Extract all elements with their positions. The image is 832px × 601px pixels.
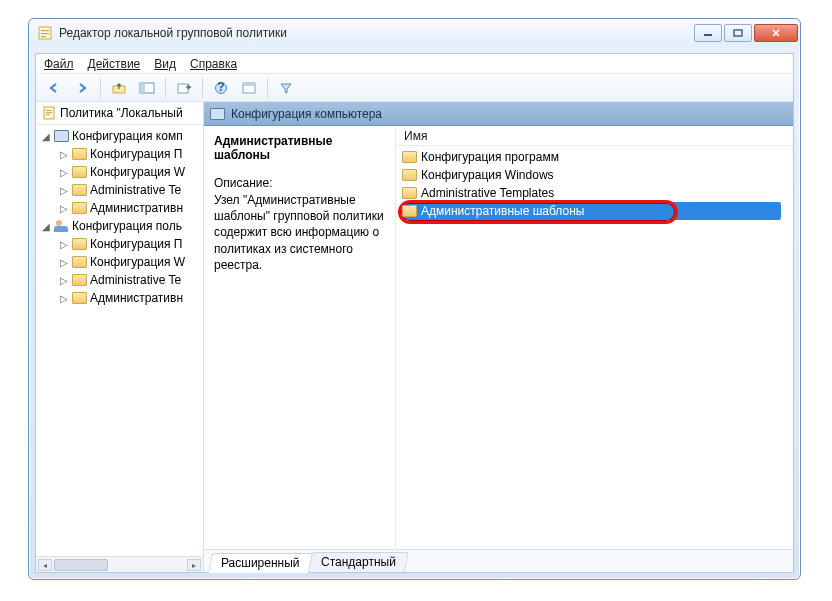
list-item[interactable]: Конфигурация Windows	[402, 166, 787, 184]
maximize-button[interactable]	[724, 24, 752, 42]
tab-extended[interactable]: Расширенный	[208, 553, 313, 573]
view-tabs: Расширенный Стандартный	[204, 550, 793, 572]
folder-icon	[72, 184, 87, 196]
expand-icon[interactable]: ▷	[58, 257, 69, 268]
column-header-name[interactable]: Имя	[396, 126, 793, 146]
folder-icon	[72, 238, 87, 250]
doc-icon	[42, 106, 56, 120]
tab-standard[interactable]: Стандартный	[307, 552, 408, 572]
expand-icon[interactable]: ▷	[58, 167, 69, 178]
svg-rect-16	[46, 112, 52, 113]
tree-pane: Политика "Локальный ◢Конфигурация комп ▷…	[36, 102, 204, 572]
tree-user-config[interactable]: ◢Конфигурация поль	[40, 217, 203, 235]
folder-icon	[402, 205, 417, 217]
folder-icon	[72, 202, 87, 214]
tree-computer-config[interactable]: ◢Конфигурация комп	[40, 127, 203, 145]
expand-icon[interactable]: ▷	[58, 239, 69, 250]
tree-root[interactable]: Политика "Локальный	[36, 102, 203, 125]
user-icon	[54, 220, 69, 232]
menu-help[interactable]: Справка	[190, 57, 237, 71]
toolbar: ?	[36, 74, 793, 102]
collapse-icon[interactable]: ◢	[40, 221, 51, 232]
window-frame: Редактор локальной групповой политики Фа…	[28, 18, 801, 580]
export-button[interactable]	[172, 77, 196, 99]
expand-icon[interactable]: ▷	[58, 293, 69, 304]
expand-icon[interactable]: ▷	[58, 185, 69, 196]
menu-action[interactable]: Действие	[88, 57, 141, 71]
scroll-left-arrow[interactable]: ◂	[38, 559, 52, 571]
svg-rect-1	[41, 30, 49, 31]
up-folder-button[interactable]	[107, 77, 131, 99]
folder-icon	[402, 187, 417, 199]
content-header: Конфигурация компьютера	[204, 102, 793, 126]
svg-rect-4	[704, 34, 712, 36]
filter-button[interactable]	[274, 77, 298, 99]
gpedit-icon	[37, 25, 53, 41]
svg-rect-13	[243, 83, 255, 86]
close-button[interactable]	[754, 24, 798, 42]
svg-text:?: ?	[217, 81, 224, 94]
folder-icon	[72, 166, 87, 178]
description-panel: Административные шаблоны Описание: Узел …	[204, 126, 396, 549]
help-button[interactable]: ?	[209, 77, 233, 99]
folder-icon	[72, 292, 87, 304]
description-label: Описание:	[214, 176, 385, 190]
expand-icon[interactable]: ▷	[58, 275, 69, 286]
tree-item[interactable]: ▷Конфигурация W	[40, 253, 203, 271]
folder-icon	[72, 256, 87, 268]
tree-item[interactable]: ▷Administrative Te	[40, 271, 203, 289]
tree-item[interactable]: ▷Конфигурация W	[40, 163, 203, 181]
description-text: Узел "Административные шаблоны" группово…	[214, 192, 385, 273]
tree-item[interactable]: ▷Конфигурация П	[40, 145, 203, 163]
scroll-right-arrow[interactable]: ▸	[187, 559, 201, 571]
show-hide-tree-button[interactable]	[135, 77, 159, 99]
list-item[interactable]: Конфигурация программ	[402, 148, 787, 166]
horizontal-scrollbar[interactable]: ◂ ▸	[36, 556, 203, 572]
computer-icon	[210, 108, 225, 120]
properties-button[interactable]	[237, 77, 261, 99]
svg-rect-9	[178, 84, 188, 93]
scroll-thumb[interactable]	[54, 559, 108, 571]
tree-item[interactable]: ▷Административн	[40, 199, 203, 217]
list-item[interactable]: Administrative Templates	[402, 184, 787, 202]
window-title: Редактор локальной групповой политики	[59, 26, 692, 40]
minimize-button[interactable]	[694, 24, 722, 42]
forward-button[interactable]	[70, 77, 94, 99]
menu-file[interactable]: Файл	[44, 57, 74, 71]
titlebar[interactable]: Редактор локальной групповой политики	[29, 19, 800, 47]
tree-root-label: Политика "Локальный	[60, 106, 183, 120]
menu-view[interactable]: Вид	[154, 57, 176, 71]
folder-icon	[72, 274, 87, 286]
svg-rect-17	[46, 114, 50, 115]
back-button[interactable]	[42, 77, 66, 99]
svg-rect-2	[41, 33, 49, 34]
folder-icon	[72, 148, 87, 160]
content-pane: Конфигурация компьютера Административные…	[204, 102, 793, 572]
svg-rect-15	[46, 110, 52, 111]
list-item-selected[interactable]: Административные шаблоны	[402, 202, 787, 220]
expand-icon[interactable]: ▷	[58, 149, 69, 160]
folder-icon	[402, 151, 417, 163]
expand-icon[interactable]: ▷	[58, 203, 69, 214]
svg-rect-3	[41, 36, 46, 37]
collapse-icon[interactable]: ◢	[40, 131, 51, 142]
svg-rect-8	[140, 83, 145, 93]
computer-icon	[54, 130, 69, 142]
tree-item[interactable]: ▷Administrative Te	[40, 181, 203, 199]
content-header-title: Конфигурация компьютера	[231, 107, 382, 121]
selection-title: Административные шаблоны	[214, 134, 385, 162]
tree-item[interactable]: ▷Административн	[40, 289, 203, 307]
svg-rect-5	[734, 30, 742, 36]
menubar: Файл Действие Вид Справка	[36, 54, 793, 74]
tree-item[interactable]: ▷Конфигурация П	[40, 235, 203, 253]
folder-icon	[402, 169, 417, 181]
items-list: Имя Конфигурация программ Конфигурация W…	[396, 126, 793, 549]
